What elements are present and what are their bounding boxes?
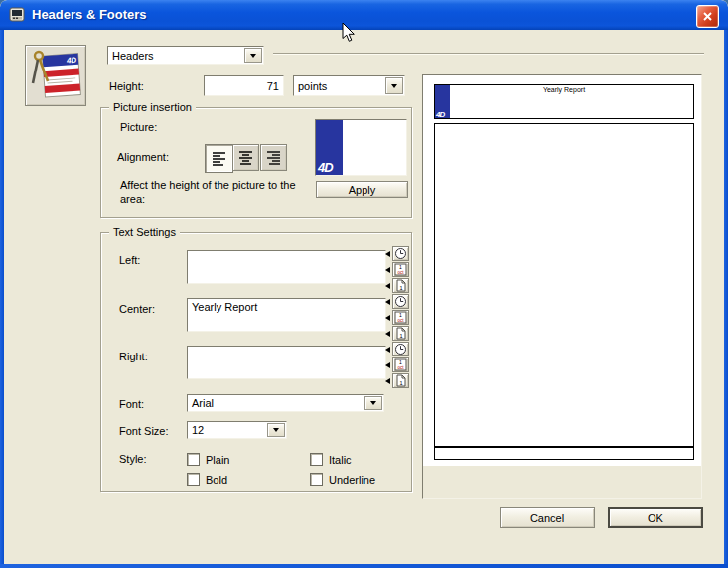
units-select-value: points [298, 80, 327, 92]
insert-time-button-left[interactable] [392, 246, 409, 261]
insert-time-button-right[interactable] [392, 342, 409, 356]
date-icon: 1oct [394, 311, 407, 324]
font-size-select-value: 12 [192, 424, 204, 436]
align-right-icon [265, 149, 282, 166]
popup-left-arrow-icon [385, 347, 390, 353]
units-select[interactable]: points [293, 75, 405, 96]
popup-left-arrow-icon [385, 299, 390, 305]
style-label: Style: [119, 453, 147, 465]
style-bold-checkbox[interactable] [187, 473, 200, 486]
height-input[interactable] [204, 75, 284, 96]
preview-bottom-margin [423, 466, 701, 498]
title-bar: Headers & Footers [0, 0, 728, 30]
insert-page-number-button-right[interactable]: 1 [392, 373, 409, 388]
page-number-icon: 1 [394, 327, 407, 340]
align-right-button[interactable] [260, 144, 287, 171]
picture-preview-logo-area: 4D [316, 120, 343, 175]
align-center-button[interactable] [232, 144, 259, 171]
insert-date-button-center[interactable]: 1oct [392, 310, 409, 325]
insert-time-row-center [385, 294, 409, 309]
preview-header-text: Yearly Report [435, 86, 693, 93]
insert-page-row-left: 1 [385, 278, 409, 293]
apply-button[interactable]: Apply [316, 181, 408, 198]
chevron-down-icon [370, 401, 376, 405]
page-preview-panel: 4D Yearly Report [422, 74, 702, 499]
page-number-icon: 1 [394, 374, 407, 387]
svg-text:oct: oct [397, 365, 404, 370]
window-border-left [0, 30, 4, 568]
insert-page-number-button-left[interactable]: 1 [392, 278, 409, 293]
clock-icon [394, 295, 407, 308]
preview-body-box [434, 123, 694, 447]
svg-text:oct: oct [397, 270, 404, 275]
preview-footer-box [434, 447, 694, 460]
page-number-icon: 1 [394, 279, 407, 292]
cancel-button[interactable]: Cancel [500, 507, 595, 528]
4d-logo: 4D [318, 160, 333, 175]
style-plain-checkbox[interactable] [187, 453, 200, 466]
insert-date-button-right[interactable]: 1oct [392, 357, 409, 372]
popup-left-arrow-icon [385, 315, 390, 321]
insert-date-button-left[interactable]: 1oct [392, 262, 409, 277]
ok-button-label: OK [648, 512, 663, 524]
align-left-button[interactable] [205, 144, 233, 173]
popup-left-arrow-icon [385, 267, 390, 273]
height-label: Height: [109, 80, 144, 92]
affect-height-label-line1: Affect the height of the picture to the [120, 179, 296, 191]
align-center-icon [237, 149, 254, 166]
font-size-select-arrow[interactable] [267, 423, 285, 437]
preview-header-box: 4D Yearly Report [434, 84, 694, 119]
units-select-arrow[interactable] [385, 77, 403, 94]
insert-date-row-right: 1oct [385, 357, 409, 372]
svg-text:oct: oct [397, 318, 404, 323]
popup-left-arrow-icon [385, 378, 390, 384]
clock-icon [394, 247, 407, 260]
font-select[interactable]: Arial [187, 394, 384, 412]
popup-left-arrow-icon [385, 251, 390, 257]
text-settings-group-title: Text Settings [109, 226, 180, 238]
popup-left-arrow-icon [385, 331, 390, 337]
insert-page-number-button-center[interactable]: 1 [392, 326, 409, 341]
font-select-arrow[interactable] [364, 396, 382, 410]
apply-button-label: Apply [349, 184, 376, 196]
insert-page-row-right: 1 [385, 373, 409, 388]
window-border-right [724, 30, 728, 568]
ok-button[interactable]: OK [608, 507, 703, 528]
picture-preview: 4D [315, 119, 407, 176]
clock-icon [394, 343, 407, 355]
style-plain-label: Plain [206, 454, 229, 466]
cancel-button-label: Cancel [530, 512, 564, 524]
popup-left-arrow-icon [385, 362, 390, 368]
headers-footers-dialog: Headers & Footers 4D Header [0, 0, 728, 568]
style-underline-checkbox[interactable] [310, 473, 323, 486]
center-text-input[interactable]: Yearly Report [187, 298, 386, 332]
area-select-value: Headers [112, 50, 154, 62]
separator-line [273, 53, 704, 55]
picture-label: Picture: [120, 121, 157, 133]
chevron-down-icon [273, 428, 279, 432]
center-field-label: Center: [119, 303, 155, 315]
right-text-input[interactable] [187, 346, 386, 379]
alignment-label: Alignment: [117, 151, 169, 163]
insert-date-row-left: 1oct [385, 262, 409, 277]
font-select-value: Arial [192, 397, 214, 409]
area-select-arrow[interactable] [244, 48, 262, 63]
dialog-picture-icon: 4D [25, 45, 86, 106]
chevron-down-icon [391, 84, 397, 88]
area-select[interactable]: Headers [107, 46, 264, 65]
insert-time-row-left [385, 246, 409, 261]
svg-text:1: 1 [399, 380, 402, 386]
font-size-select[interactable]: 12 [187, 421, 287, 439]
font-size-label: Font Size: [119, 425, 169, 437]
style-bold-label: Bold [206, 474, 227, 486]
left-field-label: Left: [119, 254, 140, 266]
window-title: Headers & Footers [32, 0, 147, 30]
insert-time-row-right [385, 342, 409, 356]
4d-logo: 4D [436, 110, 444, 119]
left-text-input[interactable] [187, 250, 386, 284]
close-button[interactable] [696, 5, 719, 28]
style-italic-label: Italic [329, 454, 352, 466]
insert-page-row-center: 1 [385, 326, 409, 341]
insert-time-button-center[interactable] [392, 294, 409, 309]
style-italic-checkbox[interactable] [310, 453, 323, 466]
